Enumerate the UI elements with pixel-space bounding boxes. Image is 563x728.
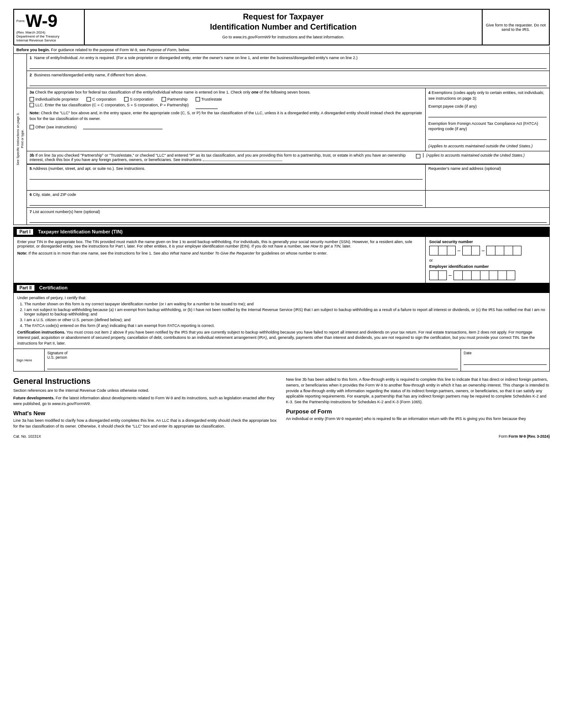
form-title: Request for Taxpayer Identification Numb… [89, 12, 477, 33]
fatca-input[interactable] [428, 133, 547, 140]
ein-d6[interactable] [480, 270, 489, 280]
ssn-input-row: – – [429, 246, 546, 255]
tin-note: Note: If the account is in more than one… [17, 251, 422, 255]
cb-s-corp[interactable]: S corporation [124, 97, 154, 101]
cb-s-corp-box[interactable] [124, 97, 128, 101]
line7-num: 7 [30, 210, 32, 214]
ein-d3[interactable] [453, 270, 462, 280]
line6-input[interactable] [30, 198, 423, 206]
general-instructions: General Instructions Section references … [13, 377, 550, 431]
ein-dash: – [448, 272, 453, 278]
date-input[interactable] [464, 356, 547, 365]
exempt-payee-input[interactable] [428, 110, 547, 117]
line2-input[interactable] [30, 78, 547, 86]
ein-d8[interactable] [498, 270, 506, 280]
cb-individual-box[interactable] [30, 97, 34, 101]
tin-right: Social security number – – [426, 237, 549, 283]
cb-llc-box[interactable] [30, 103, 34, 107]
gi-future-devs: Future developments. For the latest info… [13, 395, 277, 406]
line6-right-space [426, 191, 549, 207]
cb-other-box[interactable] [30, 125, 34, 129]
ein-d4[interactable] [462, 270, 471, 280]
cat-no: Cat. No. 10231X [13, 434, 41, 439]
llc-note: Note: Check the "LLC" box above and, in … [30, 110, 423, 121]
rev-date: (Rev. March 2024) [16, 30, 82, 34]
before-begin-bar: Before you begin. For guidance related t… [13, 46, 550, 54]
ssn-d3[interactable] [447, 246, 456, 255]
ein-d1[interactable] [429, 270, 438, 280]
certification-section: Under penalties of perjury, I certify th… [13, 293, 550, 349]
website-line: Go to www.irs.gov/FormW9 for instruction… [89, 35, 477, 39]
requester-address: Requester's name and address (optional) [426, 165, 549, 190]
exempt-payee: Exempt payee code (if any) [428, 104, 547, 117]
ssn-d5[interactable] [471, 246, 480, 255]
llc-code-input[interactable] [196, 103, 218, 109]
cb-other[interactable]: Other (see instructions) [30, 125, 77, 129]
line3b-checkbox[interactable] [416, 154, 420, 158]
gi-section-refs: Section references are to the Internal R… [13, 388, 277, 394]
cert-item-1: The number shown on this form is my corr… [24, 302, 546, 306]
ssn-dash1: – [457, 248, 461, 254]
ssn-d8[interactable] [504, 246, 513, 255]
part1-label: Part I [16, 229, 34, 235]
give-form-note: Give form to the requester. Do not send … [483, 10, 549, 45]
line5-input[interactable] [30, 172, 423, 180]
cert-instructions: Certification instructions. You must cro… [17, 330, 546, 346]
part2-header: Part II Certification [13, 283, 550, 293]
line6-row: 6 City, state, and ZIP code [27, 191, 549, 208]
applies-note: (Applies to accounts maintained outside … [428, 143, 547, 149]
sign-here-label: Sign Here [14, 349, 45, 371]
line1-num: 1 [30, 56, 32, 60]
ein-d5[interactable] [471, 270, 480, 280]
line7-row: 7 List account number(s) here (optional) [27, 208, 549, 225]
form-word: Form [16, 19, 25, 23]
cert-item-4: The FATCA code(s) entered on this form (… [24, 323, 546, 328]
ssn-d7[interactable] [495, 246, 504, 255]
ein-label: Employer identification number [429, 264, 546, 269]
other-row: Other (see instructions) [30, 123, 423, 130]
ssn-label: Social security number [429, 240, 546, 244]
tin-intro: Enter your TIN in the appropriate box. T… [17, 240, 422, 248]
ssn-box: Social security number – – [429, 240, 546, 255]
ssn-d2[interactable] [438, 246, 447, 255]
gi-whats-new-title: What's New [13, 410, 277, 417]
signature-input[interactable] [47, 360, 458, 369]
ssn-d6[interactable] [486, 246, 495, 255]
ssn-d9[interactable] [513, 246, 521, 255]
cb-partnership[interactable]: Partnership [162, 97, 188, 101]
ein-d9[interactable] [506, 270, 515, 280]
form-body: Print or type. See Specific Instructions… [13, 54, 550, 225]
ssn-d4[interactable] [462, 246, 471, 255]
line4-num: 4 [428, 90, 431, 95]
requester-address-input[interactable] [428, 171, 547, 188]
ssn-d1[interactable] [429, 246, 438, 255]
ein-d7[interactable] [489, 270, 498, 280]
line2-num: 2 [30, 73, 32, 77]
cb-c-corp[interactable]: C corporation [87, 97, 116, 101]
line3a-row: 3a Check the appropriate box for federal… [27, 88, 549, 151]
line1-label: Name of entity/individual. An entry is r… [34, 56, 358, 60]
line4-exemptions: 4 Exemptions (codes apply only to certai… [426, 88, 549, 151]
cb-partnership-box[interactable] [162, 97, 166, 101]
gi-purpose-title: Purpose of Form [286, 408, 550, 415]
ein-d2[interactable] [438, 270, 447, 280]
cb-llc[interactable]: LLC. Enter the tax classification (C = C… [30, 103, 189, 107]
cb-trust-box[interactable] [196, 97, 200, 101]
specific-instructions: See Specific Instructions on page 3. [16, 113, 20, 165]
sign-content: Signature of U.S. person Date [45, 349, 549, 371]
line7-input[interactable] [30, 215, 547, 223]
cb-individual[interactable]: Individual/sole proprietor [30, 97, 79, 101]
ssn-group2 [462, 246, 480, 255]
cb-c-corp-box[interactable] [87, 97, 91, 101]
gi-whats-new-text: Line 3a has been modified to clarify how… [13, 418, 277, 429]
gi-purpose-text: An individual or entity (Form W-9 reques… [286, 416, 550, 422]
part2-label: Part II [16, 285, 35, 291]
cert-list: The number shown on this form is my corr… [17, 302, 546, 328]
line3b-num: 3b [30, 153, 34, 158]
other-input[interactable] [83, 123, 162, 129]
sign-date-area: Date [461, 349, 549, 371]
fatca-exemption: Exemption from Foreign Account Tax Compl… [428, 121, 547, 140]
line1-input[interactable] [30, 61, 547, 69]
line4-header: 4 Exemptions (codes apply only to certai… [428, 90, 547, 101]
cb-trust[interactable]: Trust/estate [196, 97, 222, 101]
